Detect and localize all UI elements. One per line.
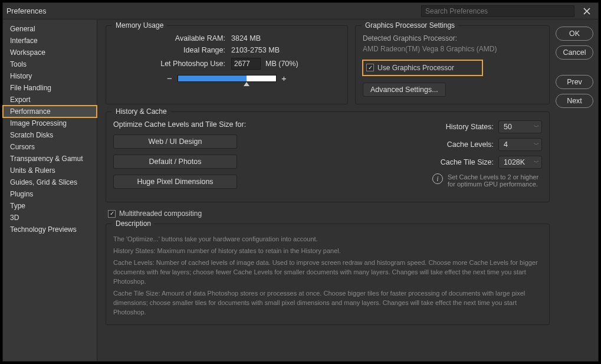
memory-slider-fill (178, 76, 247, 81)
cancel-button[interactable]: Cancel (556, 45, 593, 60)
cache-levels-label: Cache Levels: (447, 140, 494, 149)
ideal-range-value: 2103-2753 MB (231, 46, 280, 54)
history-cache-title: History & Cache (112, 107, 170, 116)
next-button[interactable]: Next (556, 94, 593, 108)
cache-info-text: Set Cache Levels to 2 or higher for opti… (448, 173, 542, 188)
prev-button[interactable]: Prev (556, 75, 593, 89)
content-area: Memory Usage Available RAM: 3824 MB Idea… (97, 19, 556, 361)
description-line3: Cache Levels: Number of cached levels of… (113, 258, 542, 287)
close-icon (583, 7, 591, 15)
gpu-group-title: Graphics Processor Settings (362, 21, 458, 29)
cache-tile-value: 1028K (504, 158, 525, 166)
sidebar: General Interface Workspace Tools Histor… (3, 19, 97, 361)
multithreaded-row[interactable]: Multithreaded compositing (108, 209, 550, 218)
chevron-down-icon: ﹀ (534, 141, 539, 149)
preferences-window: Preferences General Interface Workspace … (2, 2, 599, 362)
available-ram-label: Available RAM: (113, 34, 225, 42)
description-group: Description The 'Optimize...' buttons ta… (106, 224, 550, 325)
multithreaded-checkbox[interactable] (108, 210, 116, 218)
sidebar-item-image-processing[interactable]: Image Processing (3, 117, 97, 129)
history-states-label: History States: (446, 123, 494, 131)
optimize-label: Optimize Cache Levels and Tile Size for: (113, 120, 246, 129)
multithreaded-label: Multithreaded compositing (119, 209, 202, 218)
button-rail: OK Cancel Prev Next (556, 19, 598, 361)
let-use-label: Let Photoshop Use: (113, 60, 225, 68)
info-icon: i (432, 173, 443, 184)
memory-usage-group: Memory Usage Available RAM: 3824 MB Idea… (106, 25, 348, 104)
gpu-detected-name: AMD Radeon(TM) Vega 8 Graphics (AMD) (363, 45, 542, 53)
optimize-web-button[interactable]: Web / UI Design (113, 135, 237, 149)
available-ram-value: 3824 MB (231, 34, 261, 42)
sidebar-item-units-rulers[interactable]: Units & Rulers (3, 165, 97, 176)
sidebar-item-plugins[interactable]: Plugins (3, 188, 97, 200)
history-states-value: 50 (504, 123, 512, 131)
chevron-down-icon: ﹀ (534, 159, 539, 166)
gpu-detected-label: Detected Graphics Processor: (363, 34, 542, 42)
history-states-select[interactable]: 50 ﹀ (498, 120, 542, 133)
sidebar-item-performance[interactable]: Performance (3, 106, 97, 117)
sidebar-item-export[interactable]: Export (3, 94, 97, 106)
let-use-suffix: MB (70%) (265, 60, 298, 68)
memory-decrease-button[interactable]: − (166, 73, 174, 83)
sidebar-item-workspace[interactable]: Workspace (3, 47, 97, 58)
memory-slider-thumb[interactable] (244, 82, 249, 86)
ideal-range-label: Ideal Range: (113, 46, 225, 54)
sidebar-item-scratch-disks[interactable]: Scratch Disks (3, 129, 97, 141)
search-input[interactable] (421, 5, 574, 17)
memory-slider[interactable] (178, 75, 277, 82)
use-gpu-row[interactable]: Use Graphics Processor (363, 60, 482, 76)
sidebar-item-guides-grid-slices[interactable]: Guides, Grid & Slices (3, 176, 97, 188)
description-line2: History States: Maximum number of histor… (113, 247, 542, 256)
ok-button[interactable]: OK (556, 27, 593, 41)
description-line1: The 'Optimize...' buttons take your hard… (113, 235, 542, 244)
history-cache-group: History & Cache Optimize Cache Levels an… (106, 112, 550, 202)
sidebar-item-3d[interactable]: 3D (3, 212, 97, 224)
close-button[interactable] (579, 5, 595, 18)
chevron-down-icon: ﹀ (534, 123, 539, 131)
memory-increase-button[interactable]: + (280, 73, 288, 83)
sidebar-item-tools[interactable]: Tools (3, 58, 97, 70)
sidebar-item-general[interactable]: General (3, 23, 97, 35)
use-gpu-checkbox[interactable] (366, 64, 374, 71)
advanced-settings-button[interactable]: Advanced Settings... (363, 83, 446, 97)
sidebar-item-history[interactable]: History (3, 70, 97, 82)
memory-group-title: Memory Usage (112, 21, 167, 29)
sidebar-item-cursors[interactable]: Cursors (3, 141, 97, 153)
use-gpu-label: Use Graphics Processor (377, 64, 454, 72)
description-line4: Cache Tile Size: Amount of data Photosho… (113, 289, 542, 317)
let-use-input[interactable] (231, 58, 261, 70)
cache-levels-select[interactable]: 4 ﹀ (498, 138, 542, 151)
titlebar: Preferences (3, 3, 598, 19)
cache-tile-label: Cache Tile Size: (441, 158, 494, 166)
cache-levels-value: 4 (504, 140, 508, 149)
sidebar-item-file-handling[interactable]: File Handling (3, 82, 97, 94)
sidebar-item-type[interactable]: Type (3, 200, 97, 212)
gpu-settings-group: Graphics Processor Settings Detected Gra… (355, 25, 550, 104)
optimize-default-button[interactable]: Default / Photos (113, 155, 237, 169)
window-title: Preferences (6, 7, 46, 15)
sidebar-item-interface[interactable]: Interface (3, 35, 97, 47)
cache-tile-select[interactable]: 1028K ﹀ (498, 156, 542, 169)
sidebar-item-technology-previews[interactable]: Technology Previews (3, 224, 97, 235)
description-title: Description (112, 219, 155, 228)
sidebar-item-transparency-gamut[interactable]: Transparency & Gamut (3, 153, 97, 165)
optimize-huge-button[interactable]: Huge Pixel Dimensions (113, 175, 237, 189)
